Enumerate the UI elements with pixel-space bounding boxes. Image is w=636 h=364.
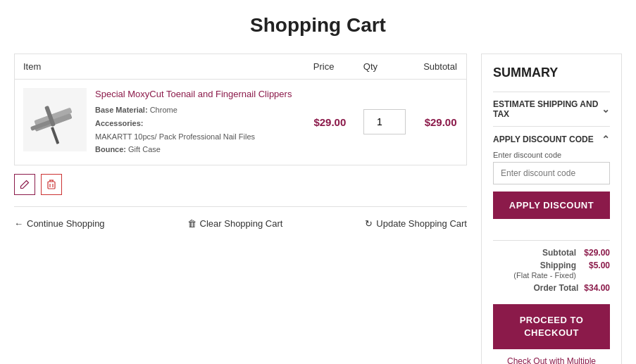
product-cell-td: Special MoxyCut Toenail and Fingernail C… [15,80,305,165]
attr-label-2: Bounce: [95,145,126,153]
discount-input[interactable] [493,162,610,184]
col-price: Price [305,54,355,80]
estimate-shipping-header[interactable]: ESTIMATE SHIPPING AND TAX ⌄ [493,99,610,119]
col-item: Item [15,54,305,80]
update-cart-label: Update Shopping Cart [376,218,467,229]
shipping-sub: (Flat Rate - Fixed) [513,271,576,280]
product-image-svg [27,92,83,148]
proceed-checkout-button[interactable]: PROCEED TO CHECKOUT [493,304,610,349]
shipping-label: Shipping [540,261,576,270]
item-actions-row [14,165,467,203]
edit-item-button[interactable] [14,174,35,195]
page-title: Shopping Cart [14,14,622,37]
refresh-icon: ↻ [365,218,373,229]
trash-small-icon: 🗑 [187,218,197,229]
product-attrs: Base Material: Chrome Accessories: MAKAR… [95,103,297,156]
arrow-left-icon: ← [14,218,23,229]
discount-hint: Enter discount code [493,151,610,159]
product-name-link[interactable]: Special MoxyCut Toenail and Fingernail C… [95,89,292,99]
discount-chevron-icon: ⌃ [601,134,610,145]
table-row: Special MoxyCut Toenail and Fingernail C… [15,80,467,165]
attr-label-1: Accessories: [95,119,144,127]
continue-shopping-link[interactable]: ← Continue Shopping [14,218,105,229]
cart-section: Item Price Qty Subtotal [14,54,467,364]
cart-table: Item Price Qty Subtotal [14,54,467,165]
attr-value-0: Chrome [150,106,177,114]
order-total-amount: $34.00 [584,283,610,293]
clear-cart-label: Clear Shopping Cart [200,218,283,229]
estimate-label: ESTIMATE SHIPPING AND TAX [493,99,601,119]
discount-header[interactable]: APPLY DISCOUNT CODE ⌃ [493,134,610,145]
estimate-shipping-section: ESTIMATE SHIPPING AND TAX ⌄ [493,92,610,126]
discount-label: APPLY DISCOUNT CODE [493,134,594,144]
delete-item-button[interactable] [41,174,62,195]
subtotal-value: $29.00 [425,116,457,128]
subtotal-label: Subtotal [542,248,576,258]
summary-totals: Subtotal $29.00 Shipping (Flat Rate - Fi… [493,240,610,293]
attr-label-0: Base Material: [95,106,148,114]
product-qty-cell [355,80,415,165]
shipping-amount: $5.00 [582,261,610,280]
svg-rect-4 [51,127,59,144]
col-qty: Qty [355,54,415,80]
qty-input[interactable] [363,109,406,134]
product-cell: Special MoxyCut Toenail and Fingernail C… [23,88,297,156]
clear-cart-link[interactable]: 🗑 Clear Shopping Cart [187,218,283,229]
attr-value-1: MAKARTT 10pcs/ Pack Professional Nail Fi… [95,132,255,141]
continue-shopping-label: Continue Shopping [27,218,105,229]
shipping-row: Shipping (Flat Rate - Fixed) $5.00 [493,261,610,280]
apply-discount-button[interactable]: APPLY DISCOUNT [493,192,610,219]
order-total-row: Order Total $34.00 [493,283,610,293]
main-layout: Item Price Qty Subtotal [14,54,622,364]
summary-title: SUMMARY [493,65,610,80]
estimate-chevron-icon: ⌄ [601,103,610,115]
order-total-label: Order Total [534,283,579,293]
discount-section: APPLY DISCOUNT CODE ⌃ Enter discount cod… [493,126,610,232]
multiple-checkout-link[interactable]: Check Out with Multiple Addresses [493,356,610,364]
product-image [23,88,87,151]
product-price: $29.00 [305,80,355,165]
subtotal-row: Subtotal $29.00 [493,248,610,258]
cart-footer: ← Continue Shopping 🗑 Clear Shopping Car… [14,206,467,240]
attr-value-2: Gift Case [128,145,161,153]
product-info: Special MoxyCut Toenail and Fingernail C… [95,88,297,156]
shipping-label-wrap: Shipping (Flat Rate - Fixed) [513,261,576,280]
price-value: $29.00 [313,116,346,128]
svg-rect-5 [48,182,55,189]
col-subtotal: Subtotal [415,54,466,80]
summary-panel: SUMMARY ESTIMATE SHIPPING AND TAX ⌄ APPL… [481,54,622,364]
page-wrapper: Shopping Cart Item Price Qty Subtotal [0,0,636,364]
update-cart-link[interactable]: ↻ Update Shopping Cart [365,218,467,229]
edit-icon [20,180,30,189]
product-subtotal: $29.00 [415,80,466,165]
trash-icon [46,180,56,189]
subtotal-amount: $29.00 [582,248,610,258]
